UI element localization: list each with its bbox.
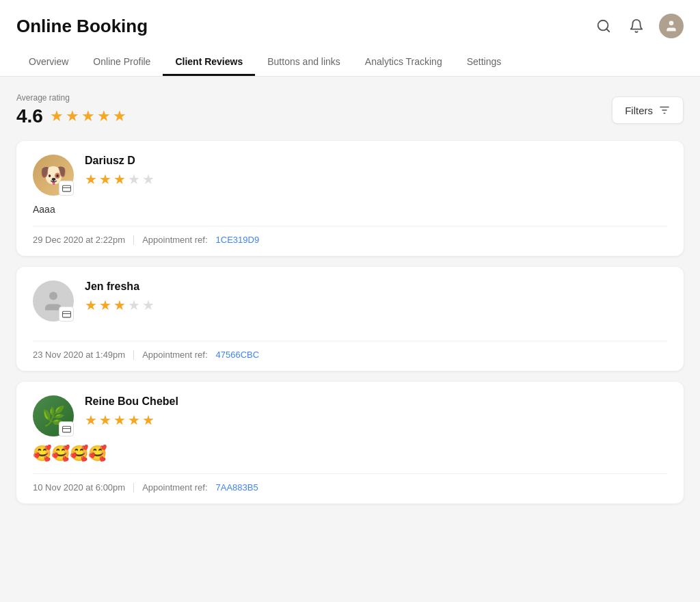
filters-label: Filters [625, 105, 653, 116]
svg-point-8 [49, 292, 57, 300]
svg-rect-9 [62, 311, 70, 317]
main-content: Average rating 4.6 ★ ★ ★ ★ ★ Filters [0, 77, 700, 531]
r1-star-3: ★ [113, 171, 126, 187]
payment-badge-1 [59, 181, 74, 196]
payment-badge-3 [59, 421, 74, 436]
tab-overview[interactable]: Overview [16, 49, 81, 76]
review-stars-3: ★ ★ ★ ★ ★ [85, 412, 667, 428]
app-title: Online Booking [16, 16, 148, 37]
review-stars-1: ★ ★ ★ ★ ★ [85, 171, 667, 187]
filters-button[interactable]: Filters [612, 96, 684, 124]
r3-star-4: ★ [128, 412, 140, 428]
divider-v-1 [133, 235, 134, 245]
reviewer-avatar-2 [33, 280, 74, 322]
r3-star-2: ★ [99, 412, 111, 428]
r1-star-4: ★ [128, 171, 140, 187]
tab-settings[interactable]: Settings [455, 49, 514, 76]
star-1: ★ [50, 107, 64, 125]
review-bottom-3: 10 Nov 2020 at 6:00pm Appointment ref: 7… [16, 474, 684, 503]
review-card-3: 🌿 Reine Bou Chebel ★ ★ ★ ★ [16, 382, 684, 503]
review-text-1: Aaaa [33, 204, 667, 215]
reviewer-info-2: Jen fresha ★ ★ ★ ★ ★ [85, 280, 667, 313]
appt-label-2: Appointment ref: [142, 350, 207, 360]
reviewer-name-3: Reine Bou Chebel [85, 395, 667, 408]
notifications-button[interactable] [626, 16, 647, 36]
reviewer-info-1: Dariusz D ★ ★ ★ ★ ★ [85, 155, 667, 187]
card-icon-1 [62, 184, 71, 193]
reviewer-name-2: Jen fresha [85, 280, 667, 293]
appt-ref-2[interactable]: 47566CBC [216, 350, 260, 360]
review-bottom-1: 29 Dec 2020 at 2:22pm Appointment ref: 1… [16, 226, 684, 256]
bell-icon [629, 18, 644, 34]
r3-star-5: ★ [142, 412, 154, 428]
header-icons [593, 14, 684, 38]
user-avatar[interactable] [659, 14, 684, 38]
svg-line-1 [606, 29, 609, 31]
star-5: ★ [113, 107, 126, 125]
star-2: ★ [66, 107, 79, 125]
rating-section: Average rating 4.6 ★ ★ ★ ★ ★ Filters [16, 93, 684, 127]
svg-rect-6 [62, 185, 70, 192]
tab-client-reviews[interactable]: Client Reviews [163, 49, 255, 76]
review-card-1: 🐶 Dariusz D ★ ★ ★ ★ ★ [16, 141, 684, 256]
card-icon-3 [62, 425, 71, 434]
review-top-3: 🌿 Reine Bou Chebel ★ ★ ★ ★ [16, 382, 684, 473]
review-stars-2: ★ ★ ★ ★ ★ [85, 297, 667, 313]
svg-point-2 [669, 21, 674, 26]
payment-badge-2 [59, 306, 74, 322]
appt-ref-1[interactable]: 1CE319D9 [216, 235, 260, 245]
nav-tabs: Overview Online Profile Client Reviews B… [16, 49, 684, 76]
divider-v-3 [133, 483, 134, 493]
review-date-3: 10 Nov 2020 at 6:00pm [33, 482, 125, 493]
svg-rect-11 [62, 426, 70, 432]
r2-star-5: ★ [142, 297, 154, 313]
r2-star-3: ★ [113, 297, 126, 313]
r1-star-2: ★ [99, 171, 111, 187]
page-header: Online Booking [0, 0, 700, 77]
r2-star-1: ★ [85, 297, 97, 313]
avatar-icon [664, 19, 678, 33]
tab-list: Overview Online Profile Client Reviews B… [16, 49, 684, 76]
review-emoji-3: 🥰🥰🥰🥰 [33, 445, 667, 462]
search-button[interactable] [593, 16, 614, 36]
r1-star-1: ★ [85, 171, 97, 187]
card-icon-2 [62, 310, 71, 319]
appt-label-1: Appointment ref: [142, 235, 207, 245]
header-top: Online Booking [16, 14, 684, 38]
reviewer-info-3: Reine Bou Chebel ★ ★ ★ ★ ★ [85, 395, 667, 428]
filters-icon [658, 104, 671, 116]
review-top-2: Jen fresha ★ ★ ★ ★ ★ [16, 267, 684, 341]
tab-analytics[interactable]: Analytics Tracking [353, 49, 455, 76]
review-bottom-2: 23 Nov 2020 at 1:49pm Appointment ref: 4… [16, 341, 684, 371]
review-date-1: 29 Dec 2020 at 2:22pm [33, 235, 125, 245]
rating-value-row: 4.6 ★ ★ ★ ★ ★ [16, 105, 126, 127]
star-3: ★ [81, 107, 95, 125]
tab-online-profile[interactable]: Online Profile [81, 49, 163, 76]
r3-star-1: ★ [85, 412, 97, 428]
star-4: ★ [97, 107, 111, 125]
r1-star-5: ★ [142, 171, 154, 187]
r3-star-3: ★ [113, 412, 126, 428]
appt-ref-3[interactable]: 7AA883B5 [216, 482, 258, 493]
review-card-2: Jen fresha ★ ★ ★ ★ ★ 23 Nov 2020 at 1:49… [16, 267, 684, 371]
search-icon [596, 18, 611, 34]
review-top-1: 🐶 Dariusz D ★ ★ ★ ★ ★ [16, 141, 684, 226]
review-date-2: 23 Nov 2020 at 1:49pm [33, 350, 125, 360]
r2-star-2: ★ [99, 297, 111, 313]
appt-label-3: Appointment ref: [142, 482, 207, 493]
average-stars: ★ ★ ★ ★ ★ [50, 107, 126, 125]
reviewer-name-1: Dariusz D [85, 155, 667, 167]
r2-star-4: ★ [128, 297, 140, 313]
review-meta-1: 🐶 Dariusz D ★ ★ ★ ★ ★ [33, 155, 667, 196]
rating-label: Average rating [16, 93, 126, 103]
rating-number: 4.6 [16, 105, 43, 127]
review-meta-2: Jen fresha ★ ★ ★ ★ ★ [33, 280, 667, 322]
review-meta-3: 🌿 Reine Bou Chebel ★ ★ ★ ★ [33, 395, 667, 436]
divider-v-2 [133, 350, 134, 360]
tab-buttons-links[interactable]: Buttons and links [255, 49, 353, 76]
rating-info: Average rating 4.6 ★ ★ ★ ★ ★ [16, 93, 126, 127]
reviewer-avatar-3: 🌿 [33, 395, 74, 436]
reviewer-avatar-1: 🐶 [33, 155, 74, 196]
